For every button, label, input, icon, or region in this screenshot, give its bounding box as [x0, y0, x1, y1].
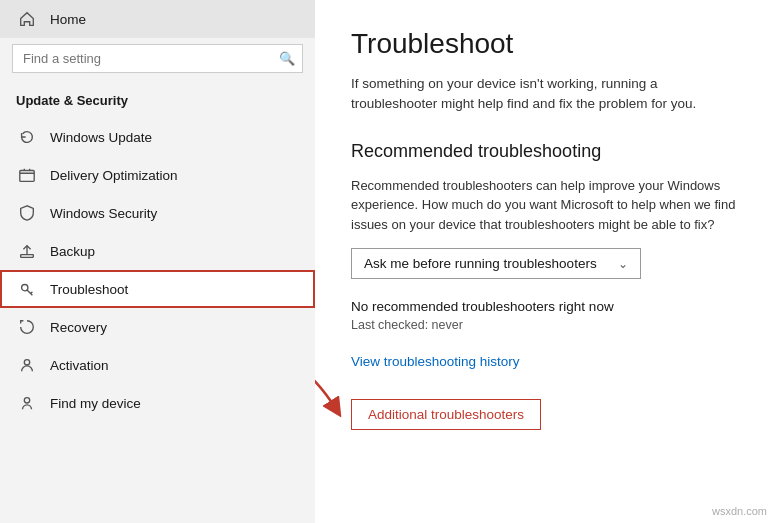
search-box: 🔍 — [12, 44, 303, 73]
main-content: Troubleshoot If something on your device… — [315, 0, 775, 523]
sidebar-item-windows-security[interactable]: Windows Security — [0, 194, 315, 232]
key-icon — [16, 280, 38, 298]
sidebar-item-label: Activation — [50, 358, 109, 373]
sidebar-item-delivery-optimization[interactable]: Delivery Optimization — [0, 156, 315, 194]
sidebar-item-label: Find my device — [50, 396, 141, 411]
sidebar-item-label: Windows Security — [50, 206, 157, 221]
intro-text: If something on your device isn't workin… — [351, 74, 739, 115]
delivery-icon — [16, 166, 38, 184]
backup-icon — [16, 242, 38, 260]
sidebar-item-label: Delivery Optimization — [50, 168, 178, 183]
svg-rect-1 — [21, 255, 34, 258]
svg-point-3 — [24, 360, 29, 365]
activation-icon — [16, 356, 38, 374]
svg-rect-0 — [20, 171, 34, 182]
chevron-down-icon: ⌄ — [618, 257, 628, 271]
sidebar-item-troubleshoot[interactable]: Troubleshoot — [0, 270, 315, 308]
page-title: Troubleshoot — [351, 28, 739, 60]
recovery-icon — [16, 318, 38, 336]
watermark: wsxdn.com — [712, 505, 767, 517]
section-title: Update & Security — [0, 85, 315, 118]
sidebar-item-label: Troubleshoot — [50, 282, 128, 297]
view-history-link[interactable]: View troubleshooting history — [351, 354, 739, 369]
home-icon — [16, 10, 38, 28]
refresh-icon — [16, 128, 38, 146]
home-label: Home — [50, 12, 86, 27]
sidebar-item-find-device[interactable]: Find my device — [0, 384, 315, 422]
sidebar-item-backup[interactable]: Backup — [0, 232, 315, 270]
last-checked-text: Last checked: never — [351, 318, 739, 332]
sidebar-item-home[interactable]: Home — [0, 0, 315, 38]
find-device-icon — [16, 394, 38, 412]
nav-list: Windows Update Delivery Optimization Win… — [0, 118, 315, 422]
recommended-heading: Recommended troubleshooting — [351, 141, 739, 162]
recommended-desc: Recommended troubleshooters can help imp… — [351, 176, 739, 235]
additional-troubleshooters-button[interactable]: Additional troubleshooters — [351, 399, 541, 430]
sidebar-item-label: Windows Update — [50, 130, 152, 145]
sidebar-item-recovery[interactable]: Recovery — [0, 308, 315, 346]
search-input[interactable] — [12, 44, 303, 73]
troubleshoot-dropdown[interactable]: Ask me before running troubleshooters ⌄ — [351, 248, 641, 279]
sidebar-item-label: Recovery — [50, 320, 107, 335]
sidebar-item-activation[interactable]: Activation — [0, 346, 315, 384]
sidebar: Home 🔍 Update & Security Windows Update — [0, 0, 315, 523]
no-recommended-text: No recommended troubleshooters right now — [351, 299, 739, 314]
svg-point-2 — [22, 285, 28, 291]
dropdown-value: Ask me before running troubleshooters — [364, 256, 597, 271]
search-icon: 🔍 — [279, 51, 295, 66]
annotation-container: Additional troubleshooters — [351, 399, 541, 430]
sidebar-item-windows-update[interactable]: Windows Update — [0, 118, 315, 156]
shield-icon — [16, 204, 38, 222]
sidebar-item-label: Backup — [50, 244, 95, 259]
svg-point-4 — [24, 398, 29, 403]
